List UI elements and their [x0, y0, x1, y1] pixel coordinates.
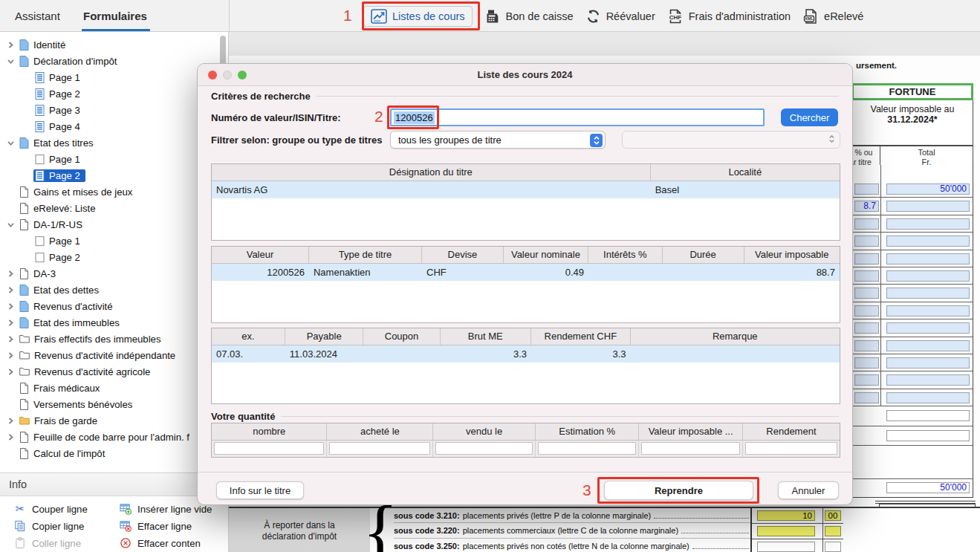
column-header[interactable]: nombre [212, 423, 327, 440]
chevron-right-icon[interactable] [3, 336, 18, 342]
quantity-input[interactable] [214, 442, 324, 455]
rate-field[interactable] [854, 218, 879, 230]
amount-field[interactable] [886, 392, 970, 403]
chevron-right-icon[interactable] [3, 270, 18, 277]
column-header[interactable]: Payable [285, 328, 364, 345]
rate-field[interactable] [854, 374, 879, 386]
column-header[interactable]: Coupon [363, 328, 440, 345]
report-field[interactable]: 00 [825, 510, 841, 521]
rate-field[interactable]: 8.7 [854, 201, 879, 212]
column-header[interactable]: vendu le [433, 423, 536, 440]
reprendre-button[interactable]: Reprendre [604, 481, 753, 500]
frais-administration-button[interactable]: CHF Frais d'administration [667, 8, 791, 25]
quantity-input[interactable] [538, 442, 636, 455]
sidebar-item[interactable]: Revenus d'activité [0, 298, 228, 314]
amount-field[interactable] [886, 218, 970, 230]
sidebar-item[interactable]: Page 2 [0, 85, 228, 102]
amount-field[interactable]: 50'000 [886, 184, 970, 195]
sidebar-item[interactable]: Frais médicaux [0, 380, 228, 396]
close-button[interactable] [208, 71, 217, 79]
column-header[interactable]: Désignation du titre [212, 164, 651, 181]
column-header[interactable]: acheté le [327, 423, 433, 440]
chevron-right-icon[interactable] [3, 434, 18, 441]
sidebar-item[interactable]: eRelevé: Liste [0, 200, 228, 216]
sidebar-item[interactable]: Calcul de l'impôt [0, 445, 228, 461]
info-action[interactable]: ✂Couper ligne [13, 501, 88, 516]
column-header[interactable]: Devise [422, 247, 504, 263]
info-action[interactable]: Copier ligne [13, 519, 88, 533]
chevron-right-icon[interactable] [3, 303, 18, 310]
isin-input[interactable]: 1200526 [390, 108, 765, 126]
rate-field[interactable] [854, 236, 879, 247]
reevaluer-button[interactable]: Réévaluer [585, 9, 655, 24]
ereleve-button[interactable]: XML eRelevé [802, 8, 863, 25]
amount-field[interactable] [886, 201, 970, 212]
report-field[interactable] [757, 526, 815, 536]
amount-field[interactable] [886, 410, 970, 421]
sidebar-item[interactable]: Etat des dettes [0, 282, 228, 298]
sidebar-item[interactable]: DA-1/R-US [0, 216, 228, 233]
sidebar-item[interactable]: Frais de garde [0, 412, 228, 429]
listes-de-cours-button[interactable]: Listes de cours [363, 6, 473, 27]
column-header[interactable]: Localité [651, 164, 840, 181]
column-header[interactable]: Rendement [743, 423, 840, 440]
amount-field[interactable] [886, 340, 970, 351]
table-row[interactable]: Novartis AGBasel [212, 181, 840, 198]
rate-field[interactable] [854, 305, 879, 316]
sidebar-item[interactable]: Déclaration d'impôt [0, 53, 228, 69]
sidebar-item[interactable]: Etat des titres [0, 134, 228, 151]
column-header[interactable]: Durée [663, 247, 744, 263]
quantity-input[interactable] [745, 442, 837, 455]
quantity-input[interactable] [329, 442, 430, 455]
chevron-down-icon[interactable] [3, 140, 18, 146]
rate-field[interactable] [854, 357, 879, 368]
amount-field[interactable] [886, 305, 970, 316]
rate-field[interactable] [854, 322, 879, 334]
rate-field[interactable] [854, 270, 879, 282]
sidebar-item[interactable]: Page 2 [0, 249, 228, 265]
chevron-down-icon[interactable] [3, 221, 18, 228]
amount-field[interactable] [886, 253, 970, 264]
amount-field[interactable] [886, 236, 970, 247]
amount-field[interactable] [886, 322, 970, 334]
chevron-right-icon[interactable] [3, 319, 18, 326]
info-sur-le-titre-button[interactable]: Info sur le titre [216, 481, 304, 499]
tab-formulaires[interactable]: Formulaires [83, 0, 147, 32]
column-header[interactable]: Valeur [212, 247, 309, 263]
amount-field[interactable] [886, 288, 970, 299]
report-field[interactable] [825, 542, 841, 552]
annuler-button[interactable]: Annuler [778, 481, 839, 499]
column-header[interactable]: Intérêts % [588, 247, 663, 263]
chevron-down-icon[interactable] [3, 58, 18, 65]
rate-field[interactable] [854, 392, 879, 403]
table-row[interactable]: 1200526NamenaktienCHF0.4988.7 [212, 264, 840, 281]
total-field[interactable]: 50'000 [886, 482, 970, 493]
sidebar-item[interactable]: Page 1 [0, 69, 228, 85]
quantity-input[interactable] [641, 442, 739, 455]
sidebar-item[interactable]: Identité [0, 36, 228, 53]
amount-field[interactable] [886, 430, 970, 441]
chevron-right-icon[interactable] [3, 368, 18, 375]
sidebar-item[interactable]: DA-3 [0, 265, 228, 282]
column-header[interactable]: Brut ME [441, 328, 532, 345]
report-field[interactable] [825, 526, 841, 536]
column-header[interactable]: Remarque [631, 328, 840, 345]
zoom-button[interactable] [238, 71, 247, 79]
column-header[interactable]: Estimation % [536, 423, 639, 440]
type-filter-select[interactable] [622, 131, 840, 149]
column-header[interactable]: Valeur imposable ... [639, 423, 742, 440]
info-action[interactable]: Effacer ligne [119, 519, 212, 533]
chevron-right-icon[interactable] [3, 42, 18, 48]
sidebar-item[interactable]: Gains et mises de jeux [0, 184, 228, 200]
amount-field[interactable] [886, 270, 970, 282]
column-header[interactable]: ex. [212, 328, 285, 345]
dialog-titlebar[interactable]: Liste des cours 2024 [198, 64, 852, 86]
quantity-input[interactable] [435, 442, 533, 455]
search-button[interactable]: Chercher [781, 108, 838, 126]
amount-field[interactable] [886, 357, 970, 368]
report-field[interactable] [757, 542, 815, 552]
column-header[interactable]: Valeur imposable [744, 247, 840, 263]
amount-field[interactable] [886, 374, 970, 386]
sidebar-item[interactable]: Page 3 [0, 102, 228, 118]
sidebar-item[interactable]: Feuille de code barre pour l'admin. f [0, 429, 228, 445]
